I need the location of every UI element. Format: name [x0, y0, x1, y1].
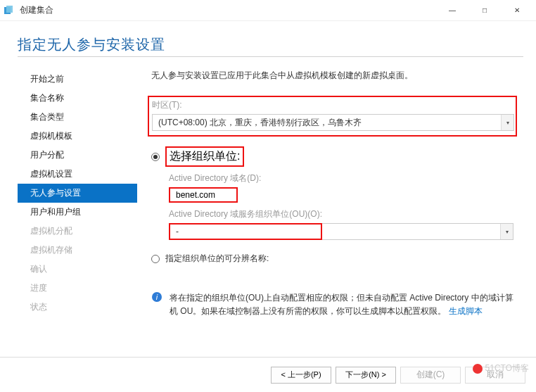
sidebar-item-vm-storage: 虚拟机存储: [18, 241, 137, 260]
sidebar-item-collection-type[interactable]: 集合类型: [18, 108, 137, 127]
cancel-button: 取消: [465, 367, 525, 384]
ad-ou-combo[interactable]: -: [169, 223, 322, 240]
radio-specify-dn-indicator: [151, 255, 160, 263]
sidebar-item-collection-name[interactable]: 集合名称: [18, 89, 137, 108]
chevron-down-icon: ▾: [501, 115, 513, 130]
radio-specify-dn-label: 指定组织单位的可分辨名称:: [165, 253, 269, 265]
sidebar-item-vm-template[interactable]: 虚拟机模板: [18, 127, 137, 146]
sidebar-item-unattended[interactable]: 无人参与设置: [18, 184, 137, 203]
create-button: 创建(C): [400, 367, 461, 384]
sidebar-item-vm-settings[interactable]: 虚拟机设置: [18, 165, 137, 184]
close-button[interactable]: ✕: [501, 0, 533, 21]
radio-select-ou-label: 选择组织单位:: [165, 146, 244, 167]
window-title: 创建集合: [20, 4, 436, 16]
ad-ou-value: -: [170, 227, 321, 236]
sidebar-item-users-groups[interactable]: 用户和用户组: [18, 203, 137, 222]
radio-select-ou-indicator: [151, 153, 160, 161]
radio-specify-dn-row[interactable]: 指定组织单位的可分辨名称:: [151, 253, 517, 265]
sidebar-item-user-assign[interactable]: 用户分配: [18, 146, 137, 165]
sidebar-item-confirm: 确认: [18, 260, 137, 279]
heading-divider: [18, 56, 523, 57]
ad-ou-label: Active Directory 域服务组织单位(OU)(O):: [151, 208, 517, 220]
sidebar-item-before-start[interactable]: 开始之前: [18, 70, 137, 89]
timezone-highlight-box: 时区(T): (UTC+08:00) 北京，重庆，香港特别行政区，乌鲁木齐 ▾: [148, 96, 517, 137]
info-text: 将在指定的组织单位(OU)上自动配置相应的权限；但未自动配置 Active Di…: [170, 291, 517, 318]
info-icon: i: [151, 291, 162, 303]
app-icon: [3, 5, 14, 16]
ad-domain-value[interactable]: benet.com: [169, 187, 238, 203]
radio-select-ou-row[interactable]: 选择组织单位:: [151, 146, 517, 167]
sidebar-item-status: 状态: [18, 298, 137, 317]
ad-domain-wrap: benet.com: [169, 187, 517, 203]
next-button[interactable]: 下一步(N) >: [336, 367, 396, 384]
wizard-sidebar: 开始之前 集合名称 集合类型 虚拟机模板 用户分配 虚拟机设置 无人参与设置 用…: [18, 70, 137, 357]
minimize-button[interactable]: —: [436, 0, 468, 21]
content-area: 指定无人参与安装设置 开始之前 集合名称 集合类型 虚拟机模板 用户分配 虚拟机…: [0, 21, 536, 357]
svg-rect-1: [6, 6, 13, 13]
info-block: i 将在指定的组织单位(OU)上自动配置相应的权限；但未自动配置 Active …: [151, 291, 517, 318]
chevron-down-icon: ▾: [500, 224, 513, 239]
generate-script-link[interactable]: 生成脚本: [449, 306, 483, 316]
prev-button[interactable]: < 上一步(P): [271, 367, 331, 384]
main-layout: 开始之前 集合名称 集合类型 虚拟机模板 用户分配 虚拟机设置 无人参与设置 用…: [18, 70, 523, 357]
timezone-value: (UTC+08:00) 北京，重庆，香港特别行政区，乌鲁木齐: [153, 117, 501, 129]
sidebar-item-vm-alloc: 虚拟机分配: [18, 222, 137, 241]
ad-domain-label: Active Directory 域名(D):: [151, 172, 517, 184]
sidebar-item-progress: 进度: [18, 279, 137, 298]
button-bar: < 上一步(P) 下一步(N) > 创建(C) 取消: [0, 357, 536, 392]
timezone-combo[interactable]: (UTC+08:00) 北京，重庆，香港特别行政区，乌鲁木齐 ▾: [152, 114, 514, 131]
maximize-button[interactable]: □: [468, 0, 501, 21]
title-bar: 创建集合 — □ ✕: [0, 0, 536, 21]
intro-text: 无人参与安装设置已应用于此集合中从虚拟机模板创建的新虚拟桌面。: [151, 70, 517, 82]
main-panel: 无人参与安装设置已应用于此集合中从虚拟机模板创建的新虚拟桌面。 时区(T): (…: [137, 70, 524, 357]
timezone-label: 时区(T):: [152, 99, 513, 111]
window-controls: — □ ✕: [436, 0, 533, 21]
page-title: 指定无人参与安装设置: [18, 35, 523, 54]
